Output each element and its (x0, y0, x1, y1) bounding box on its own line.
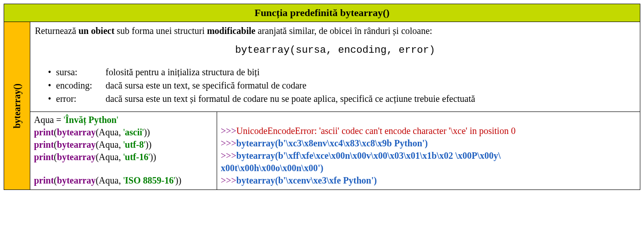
desc-post: aranjată similar, de obicei în rânduri ș… (255, 26, 432, 36)
code-comma: , (118, 127, 123, 137)
sidebar-label: bytearray() (12, 84, 22, 128)
output-line: x00t\x00h\x00o\x00n\x00') (221, 162, 636, 174)
code-var: Aqua (99, 139, 118, 150)
code-encoding: ISO 8859-16 (125, 175, 174, 185)
param-desc: dacă sursa este un text, se specifică fo… (106, 79, 635, 92)
code-var: Aqua (99, 127, 118, 137)
repl-prompt: >>> (221, 175, 236, 185)
code-input-cell: Aqua = 'Învăț Python' print(bytearray(Aq… (30, 112, 217, 189)
code-print: print (34, 175, 54, 185)
card-body: bytearray() Returnează un obiect sub for… (4, 22, 640, 189)
code-encoding: utf-8 (125, 139, 144, 150)
example-row: Aqua = 'Învăț Python' print(bytearray(Aq… (30, 112, 640, 189)
sidebar: bytearray() (4, 22, 30, 189)
blank-line (221, 114, 636, 125)
code-var: Aqua (99, 152, 118, 162)
code-comma: , (118, 175, 123, 185)
output-line: >>>bytearray(b'\xc3\x8env\xc4\x83\xc8\x9… (221, 137, 636, 150)
code-line: print(bytearray(Aqua, 'utf-8')) (34, 139, 213, 151)
code-func: bytearray (57, 139, 95, 150)
output-value: bytearray(b'\xff\xfe\xce\x00n\x00v\x00\x… (236, 150, 501, 161)
code-eq: = (54, 115, 63, 125)
param-item: • encoding: dacă sursa este un text, se … (43, 79, 635, 92)
param-item: • error: dacă sursa este un text și form… (43, 93, 635, 105)
code-paren: ( (54, 139, 57, 150)
code-var: Aqua (99, 175, 118, 185)
output-line: >>>UnicodeEncodeError: 'ascii' codec can… (221, 125, 636, 137)
code-comma: , (118, 139, 123, 150)
code-quote: ' (117, 115, 118, 125)
code-print: print (34, 139, 54, 150)
code-paren: )) (150, 152, 156, 162)
repl-prompt: >>> (221, 126, 236, 136)
blank-line (34, 163, 213, 174)
code-line: print(bytearray(Aqua, 'utf-16')) (34, 151, 213, 163)
code-func: bytearray (57, 175, 95, 185)
code-line: Aqua = 'Învăț Python' (34, 114, 213, 126)
description-text: Returnează un obiect sub forma unei stru… (35, 26, 635, 36)
code-encoding: ascii (125, 127, 142, 137)
repl-prompt: >>> (221, 150, 236, 161)
output-line: >>>bytearray(b'\xcenv\xe3\xfe Python') (221, 174, 636, 187)
param-name: encoding: (56, 79, 106, 92)
code-print: print (34, 152, 54, 162)
repl-prompt: >>> (221, 138, 236, 148)
param-list: • sursa: folosită pentru a inițializa st… (43, 66, 635, 105)
output-value: bytearray(b'\xc3\x8env\xc4\x83\xc8\x9b P… (236, 138, 428, 148)
code-paren: ( (54, 152, 57, 162)
param-item: • sursa: folosită pentru a inițializa st… (43, 66, 635, 78)
code-print: print (34, 127, 54, 137)
code-paren: ( (54, 175, 57, 185)
param-name: error: (56, 93, 106, 105)
output-error: UnicodeEncodeError: 'ascii' codec can't … (236, 126, 515, 136)
code-paren: )) (144, 127, 150, 137)
code-paren: )) (175, 175, 181, 185)
syntax-line: bytearray(sursa, encoding, error) (35, 45, 635, 56)
desc-bold-1: un obiect (78, 26, 114, 36)
output-line: >>>bytearray(b'\xff\xfe\xce\x00n\x00v\x0… (221, 150, 636, 162)
code-line: print(bytearray(Aqua, 'ISO 8859-16')) (34, 174, 213, 187)
code-string: Învăț Python (65, 115, 117, 125)
bullet-icon: • (43, 93, 56, 105)
bullet-icon: • (43, 66, 56, 78)
description-block: Returnează un obiect sub forma unei stru… (30, 22, 640, 112)
code-line: print(bytearray(Aqua, 'ascii')) (34, 126, 213, 139)
card-title: Funcția predefinită bytearray() (254, 7, 389, 18)
param-desc: dacă sursa este un text și formatul de c… (106, 93, 635, 105)
param-name: sursa: (56, 66, 106, 78)
code-func: bytearray (57, 127, 95, 137)
code-encoding: utf-16 (125, 152, 148, 162)
code-paren: )) (146, 139, 151, 150)
desc-mid: sub forma unei structuri (114, 26, 207, 36)
param-desc: folosită pentru a inițializa structura d… (106, 66, 635, 78)
bullet-icon: • (43, 79, 56, 92)
card-header: Funcția predefinită bytearray() (4, 4, 640, 22)
reference-card: Funcția predefinită bytearray() bytearra… (4, 4, 640, 190)
code-output-cell: >>>UnicodeEncodeError: 'ascii' codec can… (217, 112, 640, 189)
desc-bold-2: modificabile (207, 26, 256, 36)
code-paren: ( (54, 127, 57, 137)
output-value: x00t\x00h\x00o\x00n\x00') (221, 163, 323, 173)
code-comma: , (118, 152, 123, 162)
code-func: bytearray (57, 152, 95, 162)
desc-pre: Returnează (35, 26, 78, 36)
main-column: Returnează un obiect sub forma unei stru… (30, 22, 640, 189)
output-value: bytearray(b'\xcenv\xe3\xfe Python') (236, 175, 377, 185)
code-var: Aqua (34, 115, 54, 125)
